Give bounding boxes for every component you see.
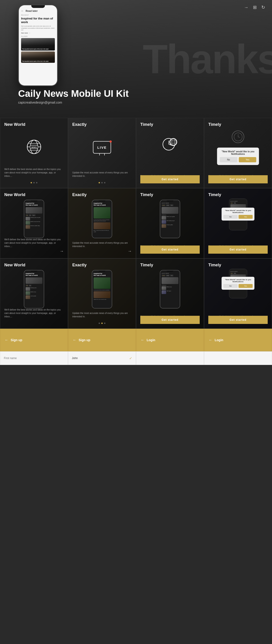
svg-line-18 <box>238 137 240 137</box>
footer-back-arrow-2[interactable]: ← <box>73 338 76 342</box>
grid-icon[interactable]: ⊞ <box>253 4 257 10</box>
popup-no-btn-1[interactable]: No <box>220 157 238 162</box>
popup-on-phone-3: "New World" would like to you Notificati… <box>222 277 254 290</box>
cell-content-2: Exactly Inspired forthe man of work Lore… <box>68 188 136 258</box>
get-started-btn-1[interactable]: Get started <box>140 175 200 184</box>
phone-recent-label: RECENT <box>21 14 55 16</box>
phone-headline: Inspired for the man of work <box>21 17 55 24</box>
cell-content-4: Timely QUICK NEWS Latest World News item <box>204 188 272 258</box>
popup-yes-btn-2[interactable]: Yes <box>238 215 253 219</box>
phone-mock-exactly: Inspired forthe man of work Lorem ipsum … <box>92 200 112 238</box>
get-started-btn-3[interactable]: Get started <box>140 316 200 324</box>
popup-no-btn-3[interactable]: No <box>224 284 238 288</box>
hero-navigation: → ⊞ ↻ <box>244 4 265 10</box>
get-started-btn-notif-1[interactable]: Get started <box>208 175 268 184</box>
popup-yes-btn-3[interactable]: Yes <box>238 284 253 288</box>
hero-section: Thanks → ⊞ ↻ ← Read later RECENT Inspire… <box>0 0 272 118</box>
cell-dots-exactly <box>98 182 106 184</box>
empty-input-2[interactable] <box>208 356 268 360</box>
grid-row-3: New World Inspired forthe man of work To… <box>0 258 272 329</box>
cell-new-world-1: New World NEWS We'll deliver the best st… <box>0 118 68 188</box>
footer-back-arrow-1[interactable]: ← <box>5 338 8 342</box>
firstname-input[interactable] <box>4 356 64 360</box>
cell-new-world-2: New World Inspired forthe man of work To… <box>0 188 68 258</box>
hero-phone-mockup: ← Read later RECENT Inspired for the man… <box>18 4 58 86</box>
hero-thanks-text: Thanks <box>143 36 272 82</box>
popup-yes-btn-1[interactable]: Yes <box>239 157 256 162</box>
live-tv-icon: LIVE <box>93 141 111 154</box>
cell-title-exactly-3: Exactly <box>72 263 86 268</box>
cell-timely-notif-2: Timely QUICK NEWS Latest World News item <box>204 188 272 258</box>
cell-exactly-2: Exactly Inspired forthe man of work Lore… <box>68 188 136 258</box>
cell-timely-notif-3: Timely QUICK NEWS Latest World News item <box>204 258 272 329</box>
dot-e1 <box>98 322 100 324</box>
get-started-btn-2[interactable]: Get started <box>140 246 200 254</box>
cell-new-world-3: New World Inspired forthe man of work To… <box>0 258 68 329</box>
cell-timely-1: Timely Keep up with the latest news anyt… <box>136 118 204 188</box>
clock-globe-icon <box>162 136 178 154</box>
arrow-right-icon[interactable]: → <box>244 5 248 10</box>
mini-clock-display <box>232 130 244 143</box>
get-started-btn-notif-3[interactable]: Get started <box>208 316 268 324</box>
phone-card-1-label: The beautiful tourist spots of the city … <box>22 48 48 50</box>
phone-mock-new-world: Inspired forthe man of work Top Biz Spor… <box>24 200 44 238</box>
svg-text:NEWS: NEWS <box>31 146 37 148</box>
cell-title-exactly-2: Exactly <box>72 192 86 197</box>
phone-mock-exactly-3: Inspired forthe man of work Lorem ipsum … <box>92 270 112 308</box>
cell-content-6: Exactly Inspired forthe man of work Lore… <box>68 259 136 328</box>
cell-desc-exactly-1: Update the most accurate news of every t… <box>72 171 132 178</box>
phone-card-2: The beautiful tourist spots of the city … <box>21 52 55 63</box>
popup-no-btn-2[interactable]: No <box>224 215 238 219</box>
footer-cell-login-2: ← Login <box>204 329 272 351</box>
phone-back-button: ← <box>21 9 24 12</box>
input-cell-firstname <box>0 351 68 365</box>
cell-dots-1 <box>30 182 38 184</box>
john-input[interactable] <box>72 356 129 360</box>
grid-row-2: New World Inspired forthe man of work To… <box>0 188 272 258</box>
check-icon: ✓ <box>129 356 132 360</box>
footer-row: ← Sign up ← Sign up ← Login ← Login <box>0 329 272 351</box>
empty-input-1[interactable] <box>140 356 200 360</box>
dot-2 <box>33 182 35 184</box>
popup-on-phone: "New World" would like to you Notificati… <box>222 208 254 220</box>
dot-a1 <box>98 182 100 184</box>
cell-arrow-2: → <box>128 249 132 254</box>
phone-header: ← Read later <box>21 9 55 12</box>
phone-notif-stack: QUICK NEWS Latest World News item An <box>222 198 254 230</box>
refresh-icon[interactable]: ↻ <box>261 4 265 10</box>
phone-notif-stack-3: QUICK NEWS Latest World News item "New <box>222 269 254 298</box>
dot-a2 <box>101 182 103 184</box>
cell-title-new-world-3: New World <box>4 263 26 268</box>
phone-mock-timely: QUICK NEWS Latest World Tech BUSINESS Ma… <box>160 200 180 238</box>
footer-label-login-2: Login <box>215 338 223 342</box>
cell-desc-exactly-2: Update the most accurate news of every t… <box>72 241 132 248</box>
footer-back-arrow-4[interactable]: ← <box>209 338 212 342</box>
popup-text-1: "New World" would like to you Notificati… <box>220 150 256 155</box>
cell-title-exactly-1: Exactly <box>72 122 86 127</box>
dot-3 <box>36 182 38 184</box>
phone-mock-timely-3: QUICK NEWS Latest World Tech BUSINESS Ma… <box>160 270 180 308</box>
phone-screen-title: Read later <box>26 10 38 12</box>
cell-arrow-1: → <box>60 249 64 254</box>
notification-popup-1: "New World" would like to you Notificati… <box>217 148 259 165</box>
get-started-btn-notif-2[interactable]: Get started <box>208 246 268 254</box>
cell-title-timely-notif-1: Timely <box>208 122 221 127</box>
phone-notch <box>31 5 45 8</box>
phone-mock-new-world-3: Inspired forthe man of work Top Biz Brea… <box>24 270 44 308</box>
input-row: ✓ <box>0 351 272 365</box>
cell-dots-exactly-3 <box>98 322 106 324</box>
cell-desc-new-world-2: We'll deliver the best stories and ideas… <box>4 238 64 248</box>
popup-buttons-1: No Yes <box>220 157 256 162</box>
cell-content-7: Timely QUICK NEWS Latest World Tech BUSI… <box>136 259 204 328</box>
phone-card-1: The beautiful tourist spots of the city … <box>21 38 55 50</box>
footer-cell-signup-2: ← Sign up <box>68 329 136 351</box>
cell-desc-new-world-3: We'll deliver the best stories and ideas… <box>4 308 64 318</box>
cell-exactly-3: Exactly Inspired forthe man of work Lore… <box>68 258 136 329</box>
phone-screen: ← Read later RECENT Inspired for the man… <box>19 5 57 86</box>
cell-title-timely-3: Timely <box>140 263 153 268</box>
footer-back-arrow-3[interactable]: ← <box>141 338 144 342</box>
cell-desc-exactly-3: Update the most accurate news of every t… <box>72 312 132 318</box>
cell-content-8: Timely QUICK NEWS Latest World News item <box>204 259 272 328</box>
dot-e2 <box>101 322 103 324</box>
footer-cell-login-1: ← Login <box>136 329 204 351</box>
